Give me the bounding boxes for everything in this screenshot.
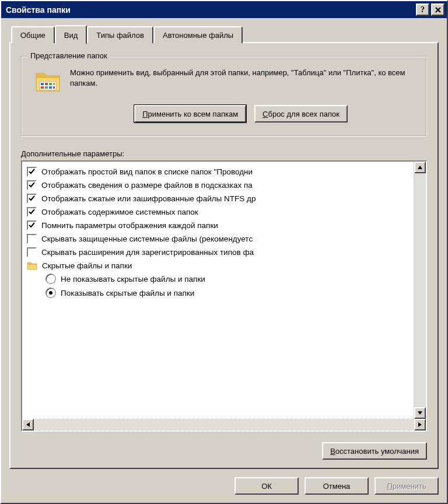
scroll-track[interactable] <box>414 173 426 407</box>
scroll-down-button[interactable] <box>414 407 426 419</box>
reset-all-button[interactable]: Сброс для всех папок <box>254 105 348 123</box>
scroll-track-h[interactable] <box>34 419 414 430</box>
tab-view[interactable]: Вид <box>55 25 88 44</box>
item-label: Скрывать защищенные системные файлы (рек… <box>41 235 253 243</box>
item-label: Не показывать скрытые файлы и папки <box>61 275 205 284</box>
list-item[interactable]: Скрывать расширения для зарегистрированн… <box>24 246 411 259</box>
item-label: Отображать сведения о размере файлов в п… <box>41 181 253 190</box>
advanced-settings-list: Отображать простой вид папок в списке па… <box>21 160 427 432</box>
horizontal-scrollbar[interactable] <box>22 419 426 430</box>
titlebar[interactable]: Свойства папки ? <box>1 1 447 18</box>
checkbox-icon[interactable] <box>27 220 37 230</box>
dialog-footer: ОК Отмена Применить <box>1 469 447 503</box>
item-label: Отображать простой вид папок в списке па… <box>41 167 253 176</box>
svg-rect-2 <box>45 83 48 85</box>
svg-rect-6 <box>45 86 48 89</box>
svg-rect-1 <box>41 83 44 85</box>
close-button[interactable] <box>431 4 444 16</box>
apply-to-all-button[interactable]: Применить ко всем папкам <box>134 105 246 123</box>
item-label: Отображать содержимое системных папок <box>41 208 198 216</box>
checkbox-icon[interactable] <box>27 234 37 244</box>
checkbox-icon[interactable] <box>27 180 37 190</box>
radio-icon[interactable] <box>46 274 56 284</box>
svg-rect-7 <box>49 86 52 89</box>
tab-general[interactable]: Общие <box>11 26 55 43</box>
list-item[interactable]: Отображать сведения о размере файлов в п… <box>24 178 411 192</box>
folder-icon <box>34 68 62 96</box>
group-legend: Представление папок <box>28 51 110 60</box>
tab-panel-view: Представление папок <box>9 42 439 469</box>
svg-rect-5 <box>41 86 44 89</box>
scroll-right-button[interactable] <box>414 419 426 430</box>
checkbox-icon[interactable] <box>27 247 37 257</box>
scroll-up-button[interactable] <box>414 162 426 173</box>
svg-rect-3 <box>49 83 52 85</box>
folder-view-group: Представление папок <box>21 56 427 136</box>
window-title: Свойства папки <box>6 5 414 15</box>
checkbox-icon[interactable] <box>27 194 37 204</box>
tab-bar: Общие Вид Типы файлов Автономные файлы <box>9 26 439 43</box>
tab-offline-files[interactable]: Автономные файлы <box>153 26 243 43</box>
apply-button[interactable]: Применить <box>374 477 439 495</box>
svg-rect-4 <box>53 83 55 85</box>
folder-options-window: Свойства папки ? Общие Вид Типы файлов А… <box>0 0 448 504</box>
cancel-button[interactable]: Отмена <box>304 477 369 495</box>
item-label: Показывать скрытые файлы и папки <box>61 289 194 298</box>
item-label: Скрытые файлы и папки <box>42 261 132 270</box>
item-label: Помнить параметры отображения каждой пап… <box>41 221 218 230</box>
list-item[interactable]: Помнить параметры отображения каждой пап… <box>24 219 411 232</box>
scroll-left-button[interactable] <box>22 419 34 430</box>
advanced-label: Дополнительные параметры: <box>21 149 427 158</box>
checkbox-icon[interactable] <box>27 167 37 177</box>
checkbox-icon[interactable] <box>27 207 37 217</box>
list-item[interactable]: Отображать содержимое системных папок <box>24 205 411 219</box>
help-button[interactable]: ? <box>416 4 429 16</box>
restore-defaults-button[interactable]: Восстановить умолчания <box>322 442 427 460</box>
list-item[interactable]: Скрывать защищенные системные файлы (рек… <box>24 232 411 246</box>
ok-button[interactable]: ОК <box>235 477 299 495</box>
item-label: Отображать сжатые или зашифрованные файл… <box>41 194 256 203</box>
list-item[interactable]: Не показывать скрытые файлы и папки <box>24 272 411 286</box>
vertical-scrollbar[interactable] <box>414 162 426 419</box>
list-item[interactable]: Отображать сжатые или зашифрованные файл… <box>24 192 411 205</box>
tab-file-types[interactable]: Типы файлов <box>87 26 153 43</box>
radio-icon[interactable] <box>46 288 56 298</box>
item-label: Скрывать расширения для зарегистрированн… <box>41 248 254 257</box>
list-item[interactable]: Отображать простой вид папок в списке па… <box>24 165 411 178</box>
list-items[interactable]: Отображать простой вид папок в списке па… <box>22 162 414 419</box>
group-description: Можно применить вид, выбранный для этой … <box>70 68 418 89</box>
dialog-body: Общие Вид Типы файлов Автономные файлы П… <box>1 18 447 469</box>
list-item[interactable]: Скрытые файлы и папки <box>24 259 411 272</box>
svg-rect-8 <box>53 86 55 89</box>
list-item[interactable]: Показывать скрытые файлы и папки <box>24 286 411 300</box>
